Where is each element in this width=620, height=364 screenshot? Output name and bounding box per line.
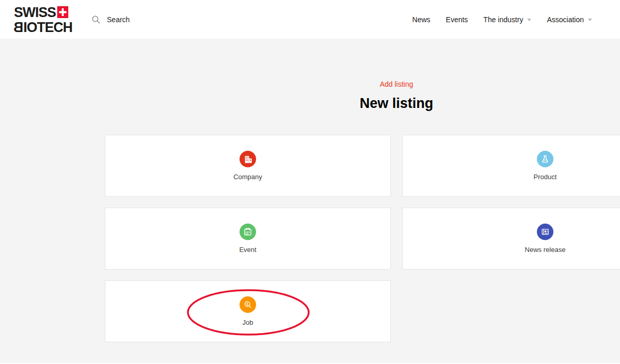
search-icon — [92, 15, 100, 24]
card-product[interactable]: Product — [402, 135, 620, 197]
logo-line2: BIOTECH — [14, 20, 72, 35]
job-search-icon — [240, 296, 256, 313]
flask-icon — [537, 151, 553, 167]
main-content: Add listing New listing — [105, 39, 620, 342]
card-label: News release — [525, 246, 566, 254]
card-job[interactable]: Job — [105, 280, 391, 342]
listing-type-grid: Company Product — [105, 135, 620, 342]
nav-item-label: The industry — [483, 15, 523, 24]
calendar-icon — [240, 224, 256, 240]
page-title: New listing — [105, 95, 620, 112]
nav-item-events[interactable]: Events — [446, 15, 468, 24]
logo-text-b: B — [14, 20, 23, 35]
logo-text-iotech: IOTECH — [23, 19, 72, 35]
card-news-release[interactable]: News release — [402, 208, 620, 270]
nav-item-label: Events — [446, 15, 468, 24]
building-icon — [240, 151, 256, 167]
nav-item-label: News — [412, 15, 431, 24]
nav-item-association[interactable]: Association — [547, 15, 592, 24]
logo-text-swiss: SWISS — [14, 5, 56, 20]
logo[interactable]: SWISS BIOTECH — [14, 5, 72, 35]
newspaper-icon — [537, 224, 553, 240]
card-company[interactable]: Company — [105, 135, 391, 197]
search[interactable]: Search — [92, 15, 130, 24]
page: SWISS BIOTECH Search News Events — [0, 0, 620, 364]
chevron-down-icon — [588, 19, 592, 21]
card-label: Job — [243, 319, 253, 326]
breadcrumb: Add listing — [105, 80, 620, 88]
card-label: Company — [233, 173, 262, 181]
nav-item-label: Association — [547, 15, 584, 24]
search-label: Search — [107, 15, 130, 24]
logo-line1: SWISS — [14, 5, 72, 20]
card-label: Product — [534, 173, 557, 181]
header: SWISS BIOTECH Search News Events — [0, 0, 620, 39]
nav-item-the-industry[interactable]: The industry — [483, 15, 531, 24]
nav-item-news[interactable]: News — [412, 15, 431, 24]
card-label: Event — [239, 246, 256, 254]
card-event[interactable]: Event — [105, 208, 391, 270]
main-nav: News Events The industry Association — [412, 15, 592, 24]
swiss-cross-icon — [57, 6, 69, 18]
chevron-down-icon — [527, 19, 531, 21]
